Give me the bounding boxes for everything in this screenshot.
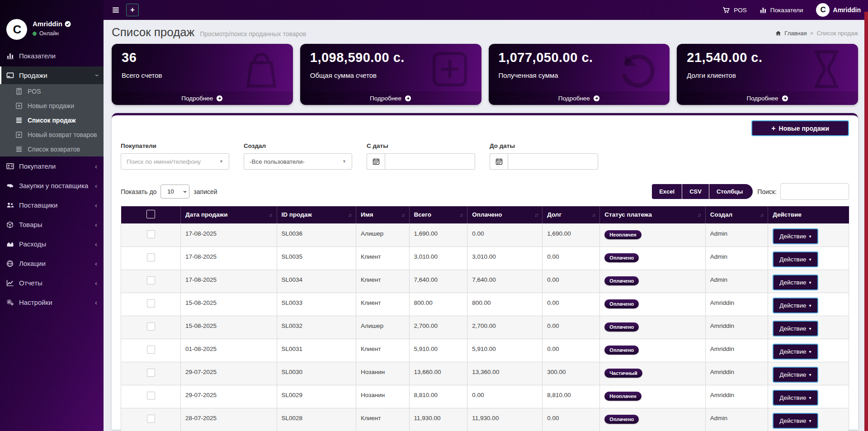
sidebar-item-sales[interactable]: Продажи ‹ (0, 66, 104, 84)
cell-paid: 3,010.00 (467, 246, 542, 270)
action-button[interactable]: Действие▾ (773, 228, 818, 244)
row-checkbox[interactable] (147, 253, 155, 261)
sidebar-item-metrics[interactable]: Показатели (0, 47, 104, 65)
date-to-input[interactable] (508, 153, 598, 170)
card-more-link[interactable]: Подробнее (677, 91, 858, 105)
status-badge: Оплачено (604, 276, 639, 285)
action-button[interactable]: Действие▾ (773, 367, 818, 383)
column-header-8[interactable]: Действие (768, 206, 849, 223)
page-length-select[interactable]: 10 ‹ (160, 185, 189, 199)
cell-sale-id: SL0036 (277, 223, 356, 246)
stat-cards: 36Всего счетовПодробнее1,098,590.00 с.Об… (112, 44, 858, 105)
cell-creator: Amriddin (705, 316, 768, 339)
column-header-label: Долг (547, 211, 561, 218)
cell-name: Клиент (356, 293, 410, 316)
search-input[interactable] (780, 183, 849, 200)
page-subtitle: Просмотр/поиск проданных товаров (200, 30, 306, 38)
sidebar-subitem-label: Список возвратов (28, 146, 80, 153)
action-button[interactable]: Действие▾ (773, 298, 818, 313)
globe-icon (6, 260, 14, 267)
card-more-link[interactable]: Подробнее (112, 91, 293, 105)
chevron-left-icon: ‹ (95, 240, 97, 248)
sidebar-subitem-label: Список продаж (28, 117, 75, 124)
sidebar-item-расходы[interactable]: Расходы‹ (0, 234, 104, 254)
breadcrumb-home-link[interactable]: Главная (784, 30, 807, 37)
row-checkbox[interactable] (147, 415, 155, 423)
list-icon (15, 146, 23, 153)
column-header-1[interactable]: ID продаж↓↑ (277, 206, 356, 223)
cell-debt: 0.00 (542, 408, 600, 431)
sidebar-item-покупатели[interactable]: Покупатели‹ (0, 156, 104, 176)
column-header-4[interactable]: Оплачено↓↑ (467, 206, 542, 223)
sidebar-subitem-новые-продажи[interactable]: Новые продажи (0, 99, 104, 113)
cell-sale-id: SL0030 (277, 362, 356, 385)
sales-panel: + Новые продажи Покупатели Поиск по имен… (112, 113, 858, 430)
sidebar-subitem-pos[interactable]: POS (0, 84, 104, 99)
chart-bar-icon (6, 52, 14, 60)
action-button[interactable]: Действие▾ (773, 344, 818, 360)
cell-date: 29-07-2025 (181, 385, 277, 408)
card-more-link[interactable]: Подробнее (300, 91, 481, 105)
sidebar-item-отчеты[interactable]: Отчеты‹ (0, 273, 104, 293)
sidebar-item-поставщики[interactable]: Поставщики‹ (0, 195, 104, 215)
row-checkbox[interactable] (147, 276, 155, 284)
new-sale-button[interactable]: + Новые продажи (751, 120, 849, 136)
arrow-circle-right-icon (782, 95, 788, 102)
sidebar-subitem-label: Новые продажи (28, 102, 74, 109)
sidebar-item-локации[interactable]: Локации‹ (0, 254, 104, 273)
creator-select[interactable]: -Все пользователи- ▼ (244, 153, 352, 170)
row-checkbox[interactable] (147, 392, 155, 400)
row-checkbox[interactable] (147, 369, 155, 377)
caret-down-icon: ▾ (809, 418, 811, 423)
navbar-metrics-link[interactable]: Показатели (760, 6, 803, 14)
columns-button[interactable]: Столбцы (709, 184, 753, 199)
navbar-plus-button[interactable]: + (126, 4, 139, 16)
cell-date: 17-08-2025 (181, 270, 277, 293)
card-more-label: Подробнее (181, 95, 213, 102)
date-from-input[interactable] (385, 153, 475, 170)
sort-icon: ↓↑ (760, 212, 763, 218)
column-header-2[interactable]: Имя↓↑ (356, 206, 410, 223)
row-checkbox[interactable] (147, 299, 155, 308)
sidebar-subitem-label: POS (28, 88, 41, 95)
filter-label-date-to: До даты (490, 142, 598, 149)
cell-total: 13,660.00 (409, 362, 467, 385)
column-header-7[interactable]: Создал↓↑ (705, 206, 768, 223)
navbar-user-menu[interactable]: C Amriddin (816, 3, 861, 17)
scrollbar[interactable] (864, 12, 868, 431)
sidebar-subitem-список-продаж[interactable]: Список продаж (0, 113, 104, 128)
action-button[interactable]: Действие▾ (773, 275, 818, 290)
sidebar-item-label: Продажи (19, 71, 47, 79)
sidebar-item-товары[interactable]: Товары‹ (0, 215, 104, 234)
select-all-checkbox[interactable] (146, 210, 155, 218)
sidebar-subitem-новый-возврат-товаров[interactable]: Новый возврат товаров (0, 128, 104, 142)
row-checkbox[interactable] (147, 230, 155, 238)
card-more-link[interactable]: Подробнее (489, 91, 670, 105)
sidebar-item-закупки-у-поставщика[interactable]: Закупки у поставщика‹ (0, 176, 104, 195)
navbar-pos-link[interactable]: POS (722, 6, 747, 14)
calculator-icon (15, 88, 23, 95)
filters-row: Покупатели Поиск по имени/телефону ▼ Соз… (121, 142, 849, 170)
sidebar-subitem-список-возвратов[interactable]: Список возвратов (0, 142, 104, 156)
row-checkbox[interactable] (147, 322, 155, 331)
cell-paid: 7,640.00 (467, 270, 542, 293)
sort-icon: ↓↑ (698, 212, 701, 218)
column-header-5[interactable]: Долг↓↑ (542, 206, 600, 223)
hamburger-icon[interactable] (112, 6, 120, 14)
action-button[interactable]: Действие▾ (773, 251, 818, 267)
column-header-3[interactable]: Всего↓↑ (409, 206, 467, 223)
csv-button[interactable]: CSV (682, 184, 709, 199)
action-button[interactable]: Действие▾ (773, 390, 818, 406)
length-prefix: Показать до (121, 188, 156, 195)
status-badge: Неоплачен (604, 392, 641, 401)
action-button[interactable]: Действие▾ (773, 413, 818, 429)
action-button[interactable]: Действие▾ (773, 321, 818, 336)
customer-select[interactable]: Поиск по имени/телефону ▼ (121, 153, 229, 170)
sidebar-item-настройки[interactable]: Настройки‹ (0, 293, 104, 312)
column-header-6[interactable]: Статус платежа↓↑ (600, 206, 705, 223)
undo-icon (616, 47, 660, 91)
column-header-0[interactable]: Дата продажи↓↑ (181, 206, 277, 223)
excel-button[interactable]: Excel (652, 184, 682, 199)
chevron-left-icon: ‹ (95, 279, 97, 287)
row-checkbox[interactable] (147, 346, 155, 354)
